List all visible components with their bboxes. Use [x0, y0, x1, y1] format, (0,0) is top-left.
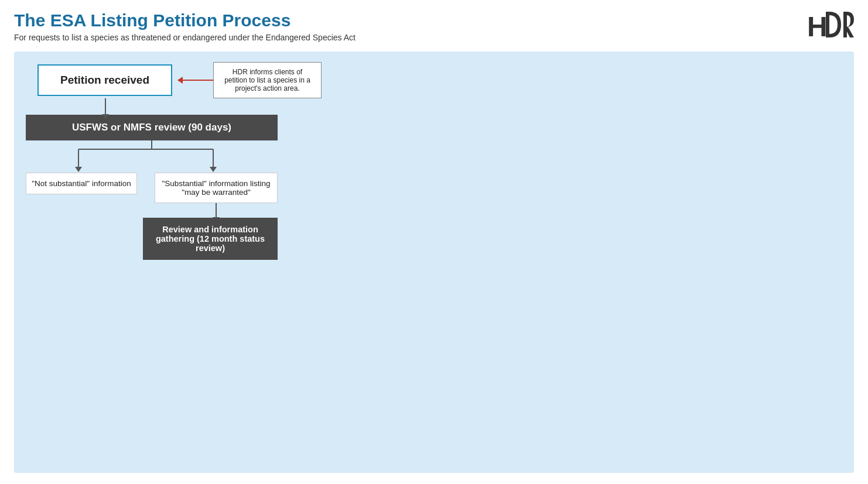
- header-left: The ESA Listing Petition Process For req…: [14, 11, 356, 42]
- hdr-logo: H: [807, 11, 854, 46]
- not-substantial-box: "Not substantial" information: [26, 173, 137, 194]
- branch-arrows-1: [26, 140, 278, 173]
- page-subtitle: For requests to list a species as threat…: [14, 33, 356, 42]
- left-column: Petition received HDR informs clients of…: [26, 62, 360, 465]
- page-wrapper: The ESA Listing Petition Process For req…: [0, 0, 868, 484]
- page-title: The ESA Listing Petition Process: [14, 11, 356, 30]
- svg-rect-2: [843, 12, 847, 37]
- petition-received-box: Petition received: [37, 64, 172, 96]
- svg-rect-1: [826, 12, 829, 37]
- svg-text:H: H: [807, 11, 826, 40]
- svg-marker-6: [75, 167, 82, 172]
- svg-marker-9: [210, 167, 217, 172]
- page-header: The ESA Listing Petition Process For req…: [14, 11, 854, 46]
- hdr-petition-note: HDR informs clients of petition to list …: [213, 62, 322, 98]
- substantial-box: "Substantial" information listing "may b…: [155, 173, 278, 203]
- usfws-review-box: USFWS or NMFS review (90 days): [26, 115, 278, 140]
- review-gathering-box: Review and information gathering (12 mon…: [143, 218, 278, 260]
- diagram-background: Petition received HDR informs clients of…: [14, 52, 854, 473]
